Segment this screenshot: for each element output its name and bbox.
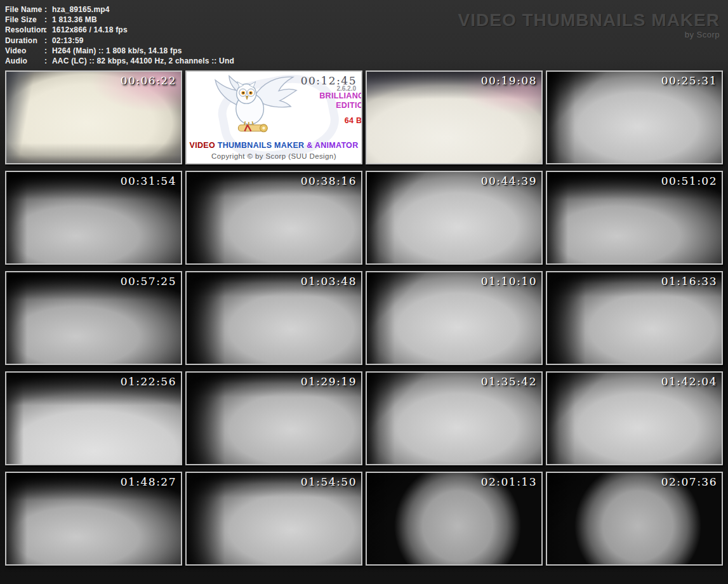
edition-bit-label: 64 BIT — [319, 116, 362, 125]
timestamp-overlay: 00:12:45 — [301, 74, 357, 87]
owl-logo-icon — [203, 73, 305, 136]
info-colon: : — [44, 56, 52, 66]
video-thumbnail[interactable]: 01:35:42 — [366, 371, 543, 465]
video-thumbnail[interactable]: 00:51:02 — [546, 171, 723, 265]
video-thumbnail[interactable]: 00:31:54 — [5, 171, 182, 265]
software-logo-thumbnail[interactable]: 00:12:45 2.6.2.0 BRILLIANCE EDITION 64 B… — [185, 70, 362, 164]
edition-line-2: EDITION — [319, 101, 362, 110]
video-thumbnail[interactable]: 02:01:13 — [366, 472, 543, 566]
file-info-row: Audio:AAC (LC) :: 82 kbps, 44100 Hz, 2 c… — [5, 56, 728, 66]
brand-ampersand: & — [307, 141, 312, 150]
info-value: H264 (Main) :: 1 808 kb/s, 14.18 fps — [52, 46, 728, 56]
brand-thumbnails-maker: THUMBNAILS MAKER — [218, 141, 305, 150]
timestamp-overlay: 01:10:10 — [481, 275, 537, 288]
brand-animator: ANIMATOR — [315, 141, 359, 150]
video-thumbnail[interactable]: 01:54:50 — [185, 472, 362, 566]
timestamp-overlay: 00:06:22 — [121, 74, 176, 87]
timestamp-overlay: 00:19:08 — [481, 74, 537, 87]
timestamp-overlay: 02:01:13 — [481, 475, 537, 488]
video-thumbnail[interactable]: 00:38:16 — [185, 171, 362, 265]
video-thumbnail[interactable]: 00:25:31 — [546, 70, 723, 164]
timestamp-overlay: 00:51:02 — [661, 175, 717, 187]
video-thumbnail[interactable]: 01:42:04 — [546, 371, 723, 465]
timestamp-overlay: 00:31:54 — [121, 175, 176, 187]
timestamp-overlay: 01:48:27 — [121, 475, 176, 488]
timestamp-overlay: 00:57:25 — [121, 275, 176, 288]
info-label: Resolution — [5, 25, 44, 35]
app-watermark-subtitle: by Scorp — [458, 30, 720, 39]
file-info-header: File Name:hza_89165.mp4File Size:1 813.3… — [0, 0, 728, 66]
timestamp-overlay: 02:07:36 — [661, 475, 717, 488]
info-colon: : — [44, 4, 52, 15]
timestamp-overlay: 01:54:50 — [301, 475, 357, 488]
video-thumbnail[interactable]: 02:07:36 — [546, 472, 723, 566]
thumbnail-grid: 00:06:22 00:12:45 2.6.2.0 BRILLIANCE — [5, 70, 723, 566]
info-colon: : — [44, 36, 52, 46]
timestamp-overlay: 01:42:04 — [661, 375, 717, 388]
brand-video: VIDEO — [190, 141, 215, 150]
copyright-line: Copyright © by Scorp (SUU Design) — [187, 152, 361, 160]
edition-line-1: BRILLIANCE — [319, 91, 362, 101]
info-colon: : — [44, 15, 52, 25]
app-watermark-title: VIDEO THUMBNAILS MAKER — [458, 10, 720, 30]
file-info-row: Video:H264 (Main) :: 1 808 kb/s, 14.18 f… — [5, 46, 728, 56]
info-colon: : — [44, 25, 52, 35]
info-label: Duration — [5, 36, 44, 46]
timestamp-overlay: 01:29:19 — [301, 375, 357, 388]
info-value: AAC (LC) :: 82 kbps, 44100 Hz, 2 channel… — [52, 56, 728, 66]
timestamp-overlay: 00:25:31 — [661, 74, 717, 87]
brand-line: VIDEO THUMBNAILS MAKER & ANIMATOR — [187, 141, 361, 150]
video-thumbnail[interactable]: 01:03:48 — [185, 271, 362, 365]
video-thumbnail[interactable]: 01:10:10 — [366, 271, 543, 365]
timestamp-overlay: 00:44:39 — [481, 175, 537, 187]
video-thumbnail[interactable]: 01:22:56 — [5, 371, 182, 465]
timestamp-overlay: 01:22:56 — [121, 375, 176, 388]
timestamp-overlay: 00:38:16 — [301, 175, 357, 187]
info-label: Video — [5, 46, 44, 56]
info-label: Audio — [5, 56, 44, 66]
video-thumbnail[interactable]: 01:48:27 — [5, 472, 182, 566]
info-label: File Name — [5, 4, 44, 15]
video-thumbnail[interactable]: 00:19:08 — [366, 70, 543, 164]
video-thumbnail[interactable]: 01:16:33 — [546, 271, 723, 365]
edition-label: BRILLIANCE EDITION 64 BIT — [319, 91, 362, 125]
video-thumbnail[interactable]: 00:57:25 — [5, 271, 182, 365]
timestamp-overlay: 01:16:33 — [661, 275, 717, 288]
info-colon: : — [44, 46, 52, 56]
video-thumbnail[interactable]: 01:29:19 — [185, 371, 362, 465]
app-watermark: VIDEO THUMBNAILS MAKER by Scorp — [458, 10, 720, 39]
info-label: File Size — [5, 15, 44, 25]
timestamp-overlay: 01:35:42 — [481, 375, 537, 388]
timestamp-overlay: 01:03:48 — [301, 275, 357, 288]
video-thumbnail[interactable]: 00:06:22 — [5, 70, 182, 164]
video-thumbnail[interactable]: 00:44:39 — [366, 171, 543, 265]
